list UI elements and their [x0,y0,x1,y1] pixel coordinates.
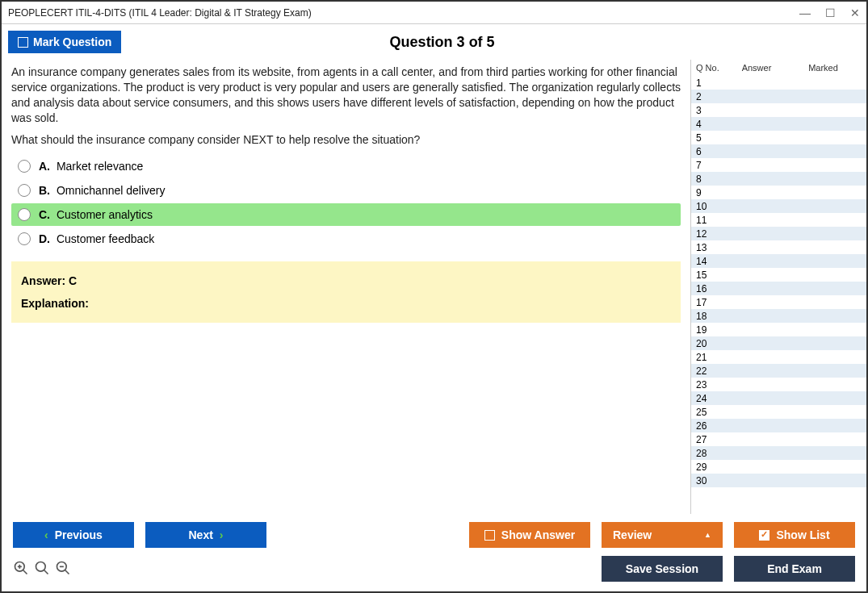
row-qno: 4 [696,119,728,130]
row-qno: 27 [696,434,728,445]
end-exam-button[interactable]: End Exam [734,556,855,582]
zoom-out-icon[interactable] [55,560,71,578]
review-label: Review [613,528,652,541]
question-list-row[interactable]: 11 [691,213,866,227]
show-answer-button[interactable]: Show Answer [469,522,590,548]
question-list-body[interactable]: 1234567891011121314151617181920212223242… [691,76,866,514]
question-list-row[interactable]: 17 [691,295,866,309]
row-qno: 24 [696,393,728,404]
question-list-row[interactable]: 1 [691,76,866,90]
caret-up-icon: ▲ [704,531,711,539]
row-qno: 12 [696,228,728,240]
question-list-row[interactable]: 18 [691,309,866,323]
row-qno: 6 [696,146,728,157]
col-answer: Answer [728,63,785,73]
question-list-row[interactable]: 9 [691,186,866,199]
save-session-button[interactable]: Save Session [602,556,723,582]
question-list-row[interactable]: 8 [691,172,866,186]
row-qno: 18 [696,311,728,322]
checkbox-icon [484,530,495,541]
question-list-row[interactable]: 25 [691,405,866,419]
radio-icon [18,160,31,173]
question-list-row[interactable]: 20 [691,336,866,350]
question-list-row[interactable]: 13 [691,240,866,254]
previous-button[interactable]: ‹ Previous [13,522,134,548]
question-list-row[interactable]: 14 [691,254,866,268]
chevron-left-icon: ‹ [44,528,48,541]
option-row[interactable]: D. Customer feedback [11,228,681,250]
col-qno: Q No. [696,63,728,73]
mark-question-button[interactable]: Mark Question [8,31,121,53]
option-text: D. Customer feedback [39,232,154,245]
row-qno: 28 [696,448,728,459]
window-controls: — ☐ ✕ [799,6,860,19]
question-list-row[interactable]: 6 [691,144,866,158]
question-list-row[interactable]: 19 [691,323,866,336]
option-row[interactable]: A. Market relevance [11,155,681,177]
review-button[interactable]: Review ▲ [602,522,723,548]
question-list-row[interactable]: 26 [691,419,866,432]
question-list-row[interactable]: 30 [691,474,866,487]
show-list-button[interactable]: Show List [734,522,855,548]
question-list-row[interactable]: 24 [691,391,866,405]
option-text: C. Customer analytics [39,208,153,221]
save-session-label: Save Session [626,562,698,575]
question-list-row[interactable]: 29 [691,460,866,474]
row-qno: 22 [696,365,728,377]
explanation-label: Explanation: [21,297,671,310]
row-qno: 9 [696,187,728,198]
option-text: B. Omnichannel delivery [39,184,166,197]
question-list-row[interactable]: 3 [691,103,866,117]
row-qno: 2 [696,91,728,102]
row-qno: 7 [696,160,728,171]
question-list-row[interactable]: 5 [691,131,866,144]
close-icon[interactable]: ✕ [850,6,860,19]
question-list-row[interactable]: 15 [691,268,866,282]
header-row: Mark Question Question 3 of 5 [2,24,866,60]
question-list-row[interactable]: 21 [691,350,866,364]
row-qno: 8 [696,173,728,185]
row-qno: 20 [696,338,728,349]
zoom-reset-icon[interactable] [34,560,50,578]
question-list-row[interactable]: 4 [691,117,866,131]
row-qno: 5 [696,132,728,144]
answer-line: Answer: C [21,274,671,287]
window-title: PEOPLECERT ITIL-4-DITS (ITIL 4 Leader: D… [8,7,312,19]
next-button[interactable]: Next › [145,522,266,548]
show-list-label: Show List [776,528,829,541]
option-row[interactable]: C. Customer analytics [11,203,681,226]
radio-icon [18,232,31,245]
question-paragraph-2: What should the insurance company consid… [11,132,681,148]
question-list-row[interactable]: 22 [691,364,866,378]
option-row[interactable]: B. Omnichannel delivery [11,179,681,202]
option-text: A. Market relevance [39,160,143,173]
question-list-row[interactable]: 27 [691,432,866,446]
radio-icon [18,208,31,221]
question-list-row[interactable]: 7 [691,158,866,172]
question-list-row[interactable]: 28 [691,446,866,460]
row-qno: 29 [696,461,728,473]
row-qno: 15 [696,269,728,281]
zoom-in-icon[interactable] [13,560,29,578]
next-label: Next [188,528,212,541]
row-qno: 21 [696,352,728,363]
question-list-row[interactable]: 16 [691,282,866,295]
question-list-row[interactable]: 2 [691,90,866,103]
answer-box: Answer: C Explanation: [11,261,681,323]
previous-label: Previous [55,528,103,541]
row-qno: 13 [696,242,728,253]
question-list-row[interactable]: 10 [691,199,866,213]
question-paragraph-1: An insurance company generates sales fro… [11,65,681,126]
chevron-right-icon: › [220,528,224,541]
row-qno: 10 [696,201,728,212]
minimize-icon[interactable]: — [799,6,811,19]
row-qno: 30 [696,475,728,487]
maximize-icon[interactable]: ☐ [825,6,836,19]
footer: ‹ Previous Next › Show Answer Review ▲ S… [2,514,866,591]
row-qno: 11 [696,215,728,226]
question-list-row[interactable]: 12 [691,227,866,240]
question-list-row[interactable]: 23 [691,378,866,391]
row-qno: 23 [696,379,728,390]
row-qno: 1 [696,77,728,89]
question-list-header: Q No. Answer Marked [691,60,866,76]
